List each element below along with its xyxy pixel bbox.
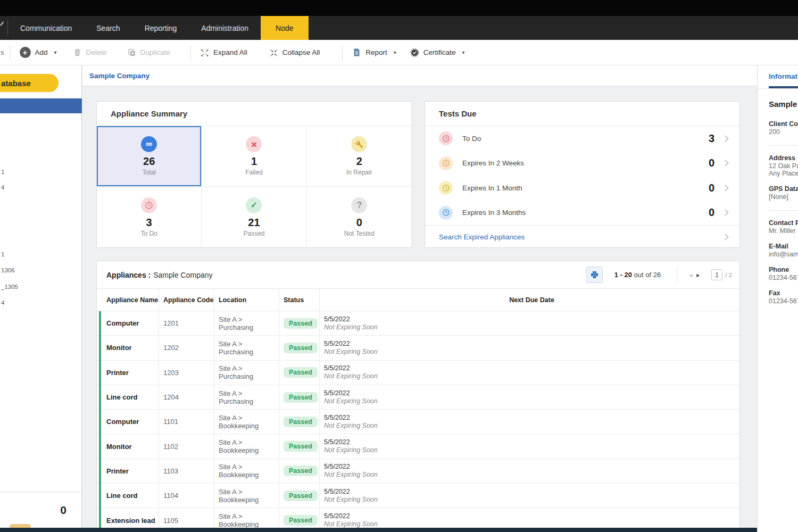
- appliance-name: Extension lead: [106, 517, 155, 525]
- tab-information[interactable]: Information: [769, 72, 798, 80]
- appliance-name: Printer: [106, 369, 129, 377]
- due-note: Not Expiring Soon: [324, 323, 739, 331]
- appliance-location: Site A > Bookkeeping: [219, 488, 279, 504]
- certificate-button[interactable]: Certificate ▾: [410, 48, 465, 57]
- tab-node[interactable]: Node: [261, 16, 308, 40]
- summary-cell-in-repair[interactable]: 2 In Repair: [307, 126, 412, 187]
- tree-item[interactable]: 1306: [1, 267, 15, 273]
- search-expired-link[interactable]: Search Expired Appliances: [439, 233, 723, 241]
- appliance-summary-card: Appliance Summary ∞ 26 Total × 1 Failed …: [96, 101, 412, 248]
- collapse-all-button[interactable]: ↘↙ ↗↖ Collapse All: [270, 48, 320, 57]
- report-label: Report: [365, 48, 387, 56]
- report-button[interactable]: Report ▾: [352, 48, 396, 57]
- column-header-location[interactable]: Location: [214, 289, 279, 311]
- previous-page-arrow[interactable]: ◂: [689, 271, 692, 279]
- search-expired-appliances[interactable]: Search Expired Appliances: [425, 225, 739, 248]
- due-note: Not Expiring Soon: [324, 520, 739, 528]
- appliance-code: 1203: [163, 369, 179, 377]
- appliances-title-label: Appliances :: [106, 271, 151, 279]
- summary-grid: ∞ 26 Total × 1 Failed 2 In Repair 3: [97, 126, 412, 247]
- summary-cell-failed[interactable]: × 1 Failed: [202, 126, 306, 187]
- delete-button[interactable]: Delete: [73, 48, 107, 57]
- sidebar-tree: atabase 1 4 1 1306 _1305 4 0: [0, 65, 82, 532]
- selected-tree-node[interactable]: [0, 98, 82, 113]
- tree-item[interactable]: 4: [1, 300, 4, 306]
- chevron-down-icon[interactable]: ▾: [54, 49, 57, 55]
- tab-reporting[interactable]: Reporting: [132, 16, 189, 40]
- field-value: [None]: [769, 193, 798, 201]
- print-button[interactable]: [586, 267, 603, 283]
- tab-administration[interactable]: Administration: [189, 16, 261, 40]
- sidebar-divider: [0, 492, 82, 492]
- summary-cell-not-tested[interactable]: ? 0 Not Tested: [307, 187, 412, 247]
- summary-cell-to-do[interactable]: 3 To Do: [97, 187, 202, 247]
- in-repair-value: 2: [356, 155, 362, 168]
- appliance-name: Printer: [106, 467, 129, 475]
- table-row[interactable]: Line cord 1104 Site A > Bookkeeping Pass…: [97, 484, 739, 508]
- page-number-input[interactable]: [711, 269, 722, 280]
- appliance-location: Site A > Bookkeeping: [219, 512, 279, 528]
- tests-due-row-to-do[interactable]: To Do 3: [425, 126, 739, 151]
- tests-due-row-3-months[interactable]: Expires In 3 Months 0: [425, 201, 739, 226]
- expand-all-button[interactable]: ↖↗ ↙↘ Expand All: [201, 48, 247, 57]
- row-label: Expires In 3 Months: [462, 209, 709, 217]
- duplicate-button[interactable]: Duplicate: [127, 48, 170, 57]
- appliance-location: Site A > Purchasing: [219, 364, 279, 380]
- add-button[interactable]: + Add ▾: [20, 47, 57, 58]
- tab-search[interactable]: Search: [84, 16, 132, 40]
- table-row[interactable]: Computer 1201 Site A > Purchasing Passed…: [97, 311, 739, 336]
- tests-due-row-2-weeks[interactable]: Expires In 2 Weeks 0: [425, 151, 739, 176]
- clock-icon: [439, 131, 453, 145]
- appliance-name: Monitor: [106, 344, 132, 352]
- table-row[interactable]: Line cord 1204 Site A > Purchasing Passe…: [97, 385, 739, 410]
- table-controls: 1 - 20 out of 26 ◂ ▸ / 2: [586, 267, 732, 283]
- field-label: Phone: [769, 266, 798, 274]
- column-header-appliance-name[interactable]: Appliance Name: [97, 289, 159, 311]
- duplicate-icon: [127, 48, 136, 57]
- table-row[interactable]: Printer 1203 Site A > Purchasing Passed …: [97, 361, 739, 385]
- range-numbers: 1 - 20: [614, 271, 632, 279]
- tree-item[interactable]: 1: [1, 169, 4, 175]
- tree-item[interactable]: _1305: [1, 284, 18, 290]
- chevron-right-icon: [722, 135, 729, 142]
- chevron-right-icon: [722, 209, 729, 216]
- question-icon: ?: [351, 197, 367, 213]
- tests-due-title: Tests Due: [439, 109, 477, 118]
- tree-item[interactable]: 1: [1, 251, 4, 257]
- table-row[interactable]: Computer 1101 Site A > Bookkeeping Passe…: [97, 410, 739, 434]
- tab-communication[interactable]: Communication: [8, 16, 84, 40]
- chevron-down-icon[interactable]: ▾: [394, 49, 396, 55]
- tree-item[interactable]: 4: [1, 184, 4, 190]
- table-row[interactable]: Monitor 1102 Site A > Bookkeeping Passed…: [97, 434, 739, 459]
- certificate-rosette-icon: [410, 48, 419, 57]
- appliance-location: Site A > Bookkeeping: [219, 414, 279, 430]
- row-label: Expires In 1 Month: [462, 184, 709, 192]
- failed-value: 1: [251, 155, 257, 168]
- tests-due-row-1-month[interactable]: Expires In 1 Month 0: [425, 176, 739, 201]
- expand-all-icon: ↖↗ ↙↘: [201, 48, 209, 57]
- clock-icon: [439, 156, 453, 170]
- database-node-pill[interactable]: atabase: [0, 74, 59, 92]
- field-address: Address 12 Oak Park Any Place,: [769, 154, 798, 177]
- chevron-down-icon[interactable]: ▾: [462, 49, 465, 55]
- clock-icon: [439, 206, 453, 220]
- due-date: 5/5/2022: [324, 512, 739, 520]
- nav-divider: [7, 20, 8, 36]
- table-row[interactable]: Monitor 1202 Site A > Purchasing Passed …: [97, 336, 739, 360]
- field-phone: Phone 01234-5678: [769, 266, 798, 281]
- status-badge: Passed: [284, 318, 318, 329]
- table-row[interactable]: Printer 1103 Site A > Bookkeeping Passed…: [97, 459, 739, 484]
- appliance-code: 1105: [163, 517, 178, 525]
- in-repair-label: In Repair: [346, 169, 372, 176]
- breadcrumb-company-link[interactable]: Sample Company: [89, 72, 149, 80]
- column-header-appliance-code[interactable]: Appliance Code: [159, 289, 214, 311]
- column-header-next-due-date[interactable]: Next Due Date: [320, 289, 739, 311]
- next-page-arrow[interactable]: ▸: [696, 271, 700, 279]
- passed-label: Passed: [243, 230, 264, 237]
- infinity-icon: ∞: [141, 136, 157, 152]
- summary-cell-total[interactable]: ∞ 26 Total: [97, 126, 202, 187]
- tests-due-header: Tests Due: [425, 102, 739, 126]
- summary-cell-passed[interactable]: ✓ 21 Passed: [202, 187, 306, 247]
- column-header-status[interactable]: Status: [279, 289, 320, 311]
- field-label: Contact Person: [769, 219, 798, 227]
